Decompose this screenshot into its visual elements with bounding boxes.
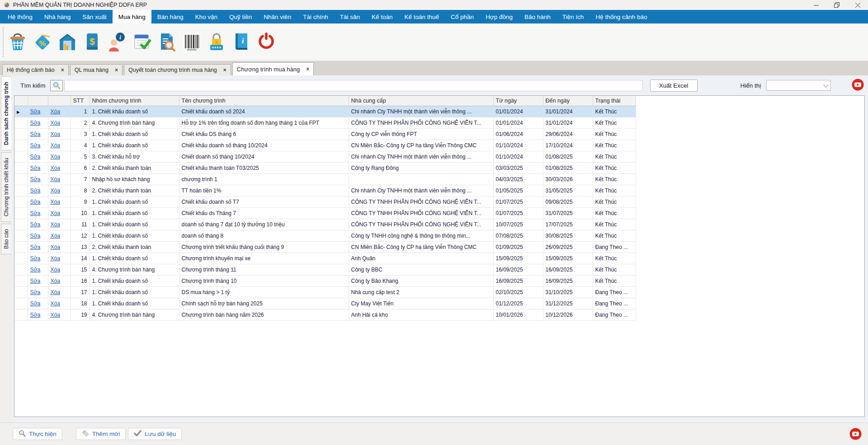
minimize-button[interactable] (806, 0, 826, 10)
table-row[interactable]: SửaXóa121. Chiết khấu doanh sốdoanh số t… (14, 230, 636, 241)
delete-link[interactable]: Xóa (51, 199, 60, 205)
export-excel-button[interactable]: Xuất Excel (650, 80, 698, 92)
edit-link[interactable]: Sửa (30, 142, 41, 149)
tab-ql-mua-hang[interactable]: QL mua hàng× (70, 64, 123, 75)
info-book-icon[interactable]: i (231, 30, 252, 54)
luu-du-lieu-button[interactable]: Lưu dữ liệu (128, 428, 182, 440)
edit-link[interactable]: Sửa (30, 244, 41, 250)
delete-link[interactable]: Xóa (51, 267, 60, 273)
menu-item-kho-van[interactable]: Kho vận (189, 10, 224, 23)
search-input[interactable] (64, 80, 643, 91)
display-dropdown[interactable] (766, 80, 831, 91)
edit-link[interactable]: Sửa (30, 199, 41, 205)
column-header-delete[interactable] (48, 96, 71, 106)
menu-item-quy-tien[interactable]: Quỹ tiền (223, 10, 258, 23)
close-button[interactable] (847, 0, 868, 10)
delete-link[interactable]: Xóa (51, 233, 60, 239)
percent-tag-icon[interactable]: % (32, 30, 53, 54)
close-tab-icon[interactable]: × (223, 67, 226, 73)
delete-link[interactable]: Xóa (51, 187, 60, 194)
menu-item-he-thong-canh-bao[interactable]: Hệ thống cảnh báo (590, 10, 653, 23)
search-button[interactable] (50, 80, 63, 91)
column-header-edit[interactable] (28, 96, 48, 106)
power-icon[interactable] (256, 30, 277, 54)
close-tab-icon[interactable]: × (306, 66, 309, 72)
menu-item-nha-hang[interactable]: Nhà hàng (38, 10, 77, 23)
delete-link[interactable]: Xóa (51, 210, 60, 216)
toolbar-grip-handle[interactable] (3, 27, 4, 57)
menu-item-he-thong[interactable]: Hệ thống (2, 10, 38, 23)
edit-link[interactable]: Sửa (30, 221, 41, 228)
menu-item-mua-hang[interactable]: Mua hàng (113, 10, 151, 23)
delete-link[interactable]: Xóa (51, 108, 60, 115)
edit-link[interactable]: Sửa (30, 255, 41, 262)
tab-quyet-toan-chuong-trinh-mua-hang[interactable]: Quyết toán chương trình mua hàng× (124, 64, 231, 75)
sidebar-tab-danh-sach-chuong-trinh[interactable]: Danh sách chương trình (1, 76, 11, 150)
edit-link[interactable]: Sửa (30, 210, 41, 216)
delete-link[interactable]: Xóa (51, 142, 60, 149)
edit-link[interactable]: Sửa (30, 165, 41, 171)
menu-item-tai-chinh[interactable]: Tài chính (297, 10, 334, 23)
menu-item-ban-hang[interactable]: Bán hàng (151, 10, 189, 23)
delete-link[interactable]: Xóa (51, 165, 60, 171)
table-row[interactable]: SửaXóa82. Chiết khấu thanh toánTT hoàn t… (14, 185, 636, 196)
table-row[interactable]: SửaXóa62. Chiết khấu thanh toánChiết khấ… (14, 162, 636, 173)
delete-link[interactable]: Xóa (51, 221, 60, 228)
delete-link[interactable]: Xóa (51, 120, 60, 126)
edit-link[interactable]: Sửa (30, 233, 41, 239)
delete-link[interactable]: Xóa (51, 131, 60, 137)
them-moi-button[interactable]: Thêm mới (76, 428, 126, 440)
column-header-to[interactable]: Đến ngày (543, 96, 593, 106)
delete-link[interactable]: Xóa (51, 300, 60, 307)
menu-item-nhan-vien[interactable]: Nhân viên (258, 10, 297, 23)
edit-link[interactable]: Sửa (30, 289, 41, 295)
edit-link[interactable]: Sửa (30, 120, 41, 126)
sidebar-tab-bao-cao[interactable]: Báo cáo (1, 224, 11, 254)
calendar-check-icon[interactable] (132, 30, 152, 54)
table-row[interactable]: ▶SửaXóa11. Chiết khấu doanh sốChiết khấu… (14, 106, 636, 117)
table-row[interactable]: SửaXóa171. Chiết khấu doanh sốDS mua hàn… (14, 286, 636, 298)
table-row[interactable]: SửaXóa181. Chiết khấu doanh sốChính sách… (14, 298, 636, 309)
warehouse-icon[interactable] (57, 30, 78, 54)
lock-icon[interactable] (206, 30, 227, 54)
edit-link[interactable]: Sửa (30, 278, 41, 284)
delete-link[interactable]: Xóa (51, 312, 60, 318)
edit-link[interactable]: Sửa (30, 154, 41, 160)
table-row[interactable]: SửaXóa132. Chiết khấu thanh toánChương t… (14, 241, 636, 253)
delete-link[interactable]: Xóa (51, 278, 60, 284)
table-row[interactable]: SửaXóa161. Chiết khấu doanh sốChương trì… (14, 275, 636, 286)
column-header-from[interactable]: Từ ngày (493, 96, 543, 106)
edit-link[interactable]: Sửa (30, 176, 41, 183)
column-header-name[interactable]: Tên chương trình (179, 96, 349, 106)
menu-item-tien-ich[interactable]: Tiện ích (557, 10, 590, 23)
column-header-stt[interactable]: STT (71, 96, 90, 106)
edit-link[interactable]: Sửa (30, 267, 41, 273)
delete-link[interactable]: Xóa (51, 244, 60, 250)
table-row[interactable]: SửaXóa24. Chương trình bán hàngHỗ trợ 1%… (14, 117, 636, 128)
document-search-icon[interactable] (156, 30, 177, 54)
table-row[interactable]: SửaXóa194. Chương trình bán hàngChương t… (14, 309, 636, 320)
table-row[interactable]: SửaXóa111. Chiết khấu doanh sốdoanh số t… (14, 219, 636, 230)
menu-item-ke-toan-thue[interactable]: Kế toán thuế (399, 10, 445, 23)
delete-link[interactable]: Xóa (51, 255, 60, 262)
table-row[interactable]: SửaXóa141. Chiết khấu doanh sốChương trì… (14, 253, 636, 264)
video-help-icon[interactable] (852, 79, 864, 92)
delete-link[interactable]: Xóa (51, 289, 60, 295)
menu-item-ke-toan[interactable]: Kế toán (366, 10, 399, 23)
table-row[interactable]: SửaXóa101. Chiết khấu doanh sốChiết khấu… (14, 207, 636, 219)
column-header-indicator[interactable] (14, 96, 28, 106)
edit-link[interactable]: Sửa (30, 300, 41, 307)
person-info-icon[interactable]: i (107, 30, 127, 54)
edit-link[interactable]: Sửa (30, 187, 41, 194)
menu-item-tai-san[interactable]: Tài sản (334, 10, 366, 23)
barcode-icon[interactable]: 0000000 (181, 30, 202, 54)
close-tab-icon[interactable]: × (115, 67, 118, 73)
table-row[interactable]: SửaXóa53. Chiết khấu hỗ trợChiết doanh s… (14, 151, 636, 162)
menu-item-co-phan[interactable]: Cổ phần (445, 10, 480, 23)
table-row[interactable]: SửaXóa7Nhập hồ sơ khách hàngchương trình… (14, 173, 636, 185)
tab-he-thong-canh-bao[interactable]: Hệ thống cảnh báo× (2, 64, 69, 75)
sidebar-tab-chuong-trinh-chiet-khau[interactable]: Chương trình chiết khấu (1, 152, 11, 222)
dollar-book-icon[interactable]: $ (82, 30, 103, 54)
column-header-supplier[interactable]: Nhà cung cấp (349, 96, 493, 106)
thuc-hien-button[interactable]: Thực hiện (13, 428, 62, 440)
